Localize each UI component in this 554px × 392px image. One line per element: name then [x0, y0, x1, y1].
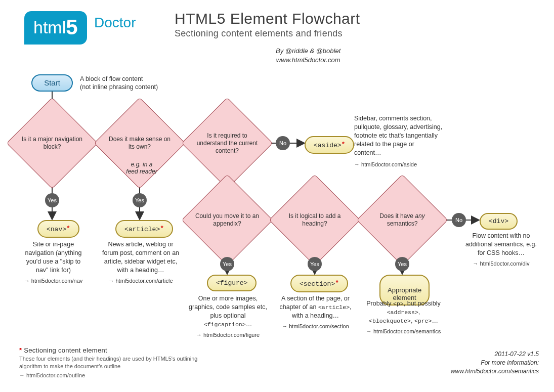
- terminal-article-text: <article>: [124, 226, 160, 233]
- desc-appropriate-text: Probably <p>, but possibly <address>, <b…: [364, 299, 443, 325]
- legend-link: → html5doctor.com/outline: [19, 372, 201, 379]
- logo-html: html: [33, 18, 66, 37]
- decision-appendix: Could you move it to an appendix?: [195, 188, 260, 252]
- decision-appendix-label: Could you move it to an appendix?: [193, 212, 262, 228]
- asterisk-icon: *: [160, 225, 164, 232]
- footer: 2011-07-22 v1.5 For more information: ww…: [451, 350, 539, 375]
- desc-div-link: → html5doctor.com/div: [462, 260, 540, 268]
- logo-doctor: Doctor: [94, 15, 136, 31]
- page-title: HTML5 Element Flowchart: [175, 10, 360, 27]
- badge-yes-d6: Yes: [395, 257, 409, 271]
- decision-nav-block-label: Is it a major navigation block?: [18, 136, 87, 151]
- byline-authors: By @riddle & @boblet: [276, 47, 340, 56]
- decision-required-label: Is it required to understand the current…: [193, 132, 262, 155]
- start-note: A block of flow content (not inline phra…: [80, 75, 158, 92]
- decision-standalone-label: Does it make sense on its own?: [106, 136, 174, 151]
- decision-heading-label: Is it logical to add a heading?: [281, 212, 349, 228]
- decision-semantics-label: Does it have any semantics?: [368, 212, 437, 228]
- desc-aside-text: Sidebar, comments section, pullquote, gl…: [354, 114, 443, 157]
- desc-aside: Sidebar, comments section, pullquote, gl…: [354, 114, 443, 168]
- decision-semantics: Does it have any semantics?: [370, 188, 435, 252]
- byline-url: www.html5doctor.com: [276, 56, 340, 65]
- desc-aside-link: → html5doctor.com/aside: [354, 161, 443, 168]
- badge-no-d6: No: [452, 213, 466, 227]
- footer-url: www.html5doctor.com/semantics: [451, 367, 539, 376]
- page-subtitle: Sectioning content elements and friends: [175, 28, 343, 39]
- desc-appropriate: Probably <p>, but possibly <address>, <b…: [364, 299, 443, 335]
- desc-div: Flow content with no additional semantic…: [462, 232, 540, 267]
- byline: By @riddle & @boblet www.html5doctor.com: [276, 47, 340, 64]
- logo: html5 Doctor: [24, 11, 136, 45]
- terminal-figure: <figure>: [207, 275, 257, 291]
- decision-heading: Is it logical to add a heading?: [282, 188, 347, 252]
- footer-more: For more information:: [451, 359, 539, 367]
- terminal-div-text: <div>: [489, 217, 508, 225]
- decision-required: Is it required to understand the current…: [195, 111, 260, 176]
- asterisk-icon: *: [342, 141, 346, 148]
- logo-five: 5: [66, 15, 77, 39]
- desc-nav-link: → html5doctor.com/nav: [19, 277, 88, 285]
- terminal-div: <div>: [480, 213, 518, 230]
- asterisk-icon: *: [335, 279, 339, 287]
- asterisk-icon: *: [19, 346, 22, 354]
- terminal-aside-text: <aside>: [314, 142, 342, 149]
- terminal-aside: <aside>*: [305, 136, 354, 154]
- desc-figure: One or more images, graphics, code sampl…: [189, 294, 267, 338]
- terminal-section-text: <section>: [300, 280, 335, 288]
- desc-nav-text: Site or in-page navigation (anything you…: [19, 240, 88, 275]
- desc-section-text: A section of the page, or chapter of an …: [276, 294, 355, 320]
- asterisk-icon: *: [66, 225, 70, 232]
- desc-section-link: → html5doctor.com/section: [276, 323, 355, 330]
- desc-nav: Site or in-page navigation (anything you…: [19, 240, 88, 284]
- desc-article-link: → html5doctor.com/article: [100, 277, 181, 285]
- desc-section: A section of the page, or chapter of an …: [276, 294, 355, 330]
- badge-yes-d1: Yes: [45, 193, 59, 207]
- legend: * Sectioning content element These four …: [19, 346, 201, 379]
- desc-article: News article, weblog or forum post, comm…: [100, 240, 181, 284]
- decision-standalone-note: e.g. in a feed reader: [121, 161, 162, 175]
- badge-yes-d5: Yes: [308, 257, 322, 271]
- desc-appropriate-link: → html5doctor.com/semantics: [364, 328, 443, 335]
- footer-date: 2011-07-22 v1.5: [451, 350, 539, 359]
- terminal-section: <section>*: [290, 275, 348, 292]
- badge-yes-d2: Yes: [133, 193, 147, 207]
- terminal-figure-text: <figure>: [216, 279, 247, 287]
- desc-div-text: Flow content with no additional semantic…: [462, 232, 540, 257]
- terminal-article: <article>*: [115, 220, 173, 238]
- start-note-text: A block of flow content (not inline phra…: [80, 75, 158, 91]
- decision-nav-block: Is it a major navigation block?: [20, 111, 84, 176]
- badge-no-d3: No: [276, 136, 290, 150]
- terminal-nav: <nav>*: [37, 220, 79, 238]
- legend-body: These four elements (and their headings)…: [19, 355, 201, 371]
- desc-figure-link: → html5doctor.com/figure: [189, 331, 267, 339]
- logo-badge: html5: [24, 11, 87, 45]
- badge-yes-d4: Yes: [220, 257, 234, 271]
- legend-title: * Sectioning content element: [19, 346, 201, 354]
- start-label: Start: [44, 78, 60, 87]
- desc-article-text: News article, weblog or forum post, comm…: [100, 240, 181, 275]
- terminal-nav-text: <nav>: [47, 226, 66, 233]
- desc-figure-text: One or more images, graphics, code sampl…: [189, 294, 267, 329]
- start-node: Start: [31, 74, 73, 92]
